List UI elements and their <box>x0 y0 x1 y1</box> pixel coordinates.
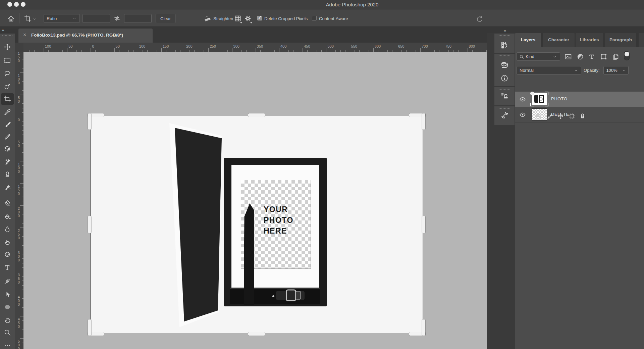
art-history-brush-tool[interactable] <box>4 184 11 191</box>
brush-tool[interactable] <box>4 121 11 128</box>
ratio-select[interactable]: Ratio <box>44 14 80 23</box>
clone-source-panel-icon[interactable] <box>500 92 508 100</box>
dock-gripper[interactable] <box>498 89 511 90</box>
crop-height-input[interactable] <box>124 14 152 23</box>
history-brush-tool[interactable] <box>4 146 11 153</box>
opacity-value[interactable]: 100% <box>603 66 620 74</box>
crop-handle-bottom[interactable] <box>248 332 265 336</box>
crop-tool[interactable] <box>1 93 14 105</box>
zoom-tool[interactable] <box>4 329 11 336</box>
filter-shape-layers-icon[interactable] <box>600 53 607 60</box>
filter-adjustment-layers-icon[interactable] <box>577 53 584 60</box>
lock-position-icon[interactable] <box>557 113 564 119</box>
filter-toggle-switch[interactable] <box>624 51 630 60</box>
document-tab[interactable]: × FolioBox13.psd @ 66,7% (PHOTO, RGB/8*) <box>18 29 153 43</box>
lock-paint-icon[interactable] <box>546 113 553 119</box>
document-tab-bar: » × FolioBox13.psd @ 66,7% (PHOTO, RGB/8… <box>0 27 487 43</box>
pencil-tool[interactable] <box>4 133 11 141</box>
kind-filter-select[interactable]: Kind <box>517 52 560 61</box>
tab-layers[interactable]: Layers <box>515 33 541 47</box>
zoom-window-button[interactable] <box>21 2 25 7</box>
sponge-tool[interactable] <box>4 251 11 258</box>
type-tool[interactable] <box>4 264 11 271</box>
tab-character[interactable]: Character <box>543 33 575 47</box>
threed-panel-icon[interactable] <box>500 61 508 69</box>
crop-overlay-grid-icon[interactable] <box>234 15 241 22</box>
crop-handle-top[interactable] <box>248 113 265 117</box>
dock-gripper[interactable] <box>498 55 511 56</box>
content-aware-label[interactable]: Content-Aware <box>319 16 348 21</box>
ruler-label: 400 <box>15 295 22 306</box>
clone-stamp-tool[interactable] <box>4 170 11 178</box>
paint-bucket-tool[interactable] <box>4 213 11 220</box>
lock-transparency-icon[interactable] <box>535 113 542 119</box>
delete-cropped-pixels-label[interactable]: Delete Cropped Pixels <box>264 16 308 21</box>
quick-selection-tool[interactable] <box>4 83 11 90</box>
home-icon[interactable] <box>7 15 15 22</box>
ruler-corner[interactable] <box>15 43 24 52</box>
vertical-ruler[interactable]: 15010050050100150200250300350400450500 <box>15 52 24 349</box>
layer-visibility-eye-icon[interactable] <box>519 96 526 103</box>
tab-libraries[interactable]: Libraries <box>576 33 603 47</box>
crop-handle-left[interactable] <box>88 216 91 233</box>
hand-tool[interactable] <box>4 316 11 323</box>
blend-mode-select[interactable]: Normal <box>517 66 581 74</box>
crop-handle-bottom-left[interactable] <box>88 319 91 336</box>
lock-artboard-icon[interactable] <box>569 113 575 119</box>
path-selection-tool[interactable] <box>4 291 11 298</box>
canvas-area[interactable]: YOURPHOTOHERE <box>23 52 487 349</box>
straighten-icon[interactable] <box>204 15 211 22</box>
crop-width-input[interactable] <box>83 14 110 23</box>
eraser-tool[interactable] <box>4 199 11 207</box>
dock-expand-icon[interactable]: « <box>504 28 506 33</box>
document-crop-region[interactable]: YOURPHOTOHERE <box>91 116 423 333</box>
ellipse-tool[interactable] <box>4 303 11 311</box>
delete-cropped-pixels-checkbox[interactable] <box>257 16 262 20</box>
layer-thumbnail[interactable] <box>532 93 547 105</box>
lock-all-icon[interactable] <box>579 113 586 119</box>
toolbar-expand-icon[interactable]: » <box>2 28 4 33</box>
mixer-brush-tool[interactable] <box>4 158 11 165</box>
eyedropper-tool[interactable] <box>4 108 11 116</box>
lasso-tool[interactable] <box>4 70 11 77</box>
crop-tool-preset-icon[interactable] <box>24 15 32 22</box>
content-aware-checkbox[interactable] <box>312 16 317 20</box>
crop-handle-top-left[interactable] <box>88 113 91 130</box>
straighten-label[interactable]: Straighten <box>213 16 233 21</box>
chevron-down-icon[interactable] <box>33 16 37 20</box>
filter-pixel-layers-icon[interactable] <box>565 53 572 60</box>
crop-handle-bottom-right[interactable] <box>422 319 425 336</box>
dock-gripper[interactable] <box>498 35 511 36</box>
crop-handle-right[interactable] <box>422 216 425 233</box>
edit-toolbar-ellipsis[interactable] <box>4 342 11 349</box>
move-tool[interactable] <box>4 43 11 51</box>
layer-visibility-eye-icon[interactable] <box>519 111 526 118</box>
opacity-dropdown[interactable] <box>620 66 629 74</box>
pen-tool[interactable] <box>4 278 11 285</box>
filter-smart-objects-icon[interactable] <box>612 53 620 60</box>
rectangular-marquee-tool[interactable] <box>4 57 11 64</box>
info-panel-icon[interactable] <box>500 74 508 82</box>
ruler-label: 100 <box>15 74 22 85</box>
close-tab-icon[interactable]: × <box>23 32 26 38</box>
close-window-button[interactable] <box>7 2 12 7</box>
crop-handle-top-right[interactable] <box>422 113 425 130</box>
swap-dimensions-icon[interactable] <box>113 15 121 22</box>
crop-settings-gear-icon[interactable] <box>244 15 252 22</box>
horizontal-ruler[interactable]: 1005005010015020025030035040045050055060… <box>23 43 487 52</box>
history-panel-icon[interactable] <box>500 41 508 49</box>
dock-gripper[interactable] <box>498 108 511 109</box>
tool-presets-panel-icon[interactable] <box>500 111 508 119</box>
minimize-window-button[interactable] <box>14 2 19 7</box>
smudge-tool[interactable] <box>4 238 11 245</box>
layer-row-photo[interactable]: PHOTO <box>515 92 644 107</box>
layer-name[interactable]: PHOTO <box>551 96 568 101</box>
reset-icon[interactable] <box>476 15 483 22</box>
blur-tool[interactable] <box>4 226 11 233</box>
tab-brushes[interactable]: Brushes <box>639 33 644 47</box>
filter-type-layers-icon[interactable] <box>588 53 595 60</box>
clear-button[interactable]: Clear <box>156 14 175 23</box>
tab-paragraph[interactable]: Paragraph <box>605 33 636 47</box>
divider <box>529 107 529 122</box>
toolbar-gripper[interactable] <box>2 35 13 36</box>
